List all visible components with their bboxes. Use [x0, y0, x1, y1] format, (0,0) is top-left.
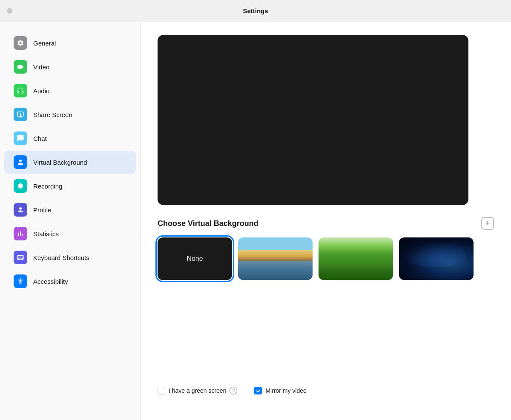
sidebar-label-virtual-background: Virtual Background [33, 159, 87, 166]
mirror-video-option[interactable]: Mirror my video [254, 387, 306, 394]
plus-icon: + [485, 219, 490, 228]
sidebar-item-share-screen[interactable]: Share Screen [4, 103, 136, 126]
sidebar-item-video[interactable]: Video [4, 55, 136, 78]
backgrounds-row: None [158, 237, 494, 280]
headphones-icon [14, 84, 27, 97]
sidebar-item-recording[interactable]: Recording [4, 174, 136, 197]
video-preview [158, 35, 468, 205]
add-background-button[interactable]: + [481, 217, 494, 230]
sidebar-label-chat: Chat [33, 135, 47, 142]
sidebar-item-audio[interactable]: Audio [4, 79, 136, 102]
sidebar-item-statistics[interactable]: Statistics [4, 222, 136, 245]
sidebar-label-accessibility: Accessibility [33, 278, 68, 285]
sidebar-label-keyboard-shortcuts: Keyboard Shortcuts [33, 254, 89, 261]
video-icon [14, 60, 27, 74]
window-controls [7, 8, 12, 14]
sidebar-label-video: Video [33, 63, 49, 71]
content-wrapper: Choose Virtual Background + None [158, 35, 494, 407]
background-golden-gate[interactable] [238, 237, 313, 280]
recording-icon [14, 179, 27, 193]
statistics-icon [14, 227, 27, 240]
profile-icon [14, 203, 27, 217]
accessibility-icon [14, 274, 27, 288]
share-screen-icon [14, 108, 27, 121]
sidebar-item-keyboard-shortcuts[interactable]: Keyboard Shortcuts [4, 246, 136, 269]
sidebar-label-share-screen: Share Screen [33, 111, 72, 118]
sidebar-label-general: General [33, 40, 56, 47]
background-space[interactable] [399, 237, 474, 280]
sidebar-label-audio: Audio [33, 87, 49, 94]
green-screen-label: I have a green screen [169, 387, 226, 394]
green-screen-checkbox[interactable] [158, 387, 165, 394]
sidebar: General Video Audio [0, 22, 141, 420]
mirror-video-label: Mirror my video [265, 387, 306, 394]
sidebar-label-recording: Recording [33, 183, 62, 190]
section-header: Choose Virtual Background + [158, 217, 494, 230]
background-none[interactable]: None [158, 237, 232, 280]
none-label: None [187, 255, 203, 263]
svg-point-0 [18, 183, 23, 189]
section-title: Choose Virtual Background [158, 219, 258, 228]
main-layout: General Video Audio [0, 22, 511, 420]
sidebar-label-statistics: Statistics [33, 230, 59, 237]
title-bar: Settings [0, 0, 511, 22]
background-grass[interactable] [319, 237, 393, 280]
mirror-video-checkbox[interactable] [254, 387, 262, 394]
sidebar-label-profile: Profile [33, 206, 52, 214]
green-screen-option[interactable]: I have a green screen ? [158, 387, 237, 394]
content-area: Choose Virtual Background + None [141, 22, 511, 420]
sidebar-item-accessibility[interactable]: Accessibility [4, 270, 136, 293]
close-button[interactable] [7, 8, 12, 14]
sidebar-item-general[interactable]: General [4, 31, 136, 54]
virtual-background-icon [14, 155, 27, 169]
window-title: Settings [243, 7, 268, 14]
help-icon[interactable]: ? [230, 387, 237, 394]
keyboard-icon [14, 251, 27, 264]
bottom-controls: I have a green screen ? Mirror my video [158, 387, 307, 394]
sidebar-item-profile[interactable]: Profile [4, 198, 136, 221]
gear-icon [14, 36, 27, 50]
sidebar-item-chat[interactable]: Chat [4, 127, 136, 150]
chat-icon [14, 131, 27, 145]
sidebar-item-virtual-background[interactable]: Virtual Background [4, 151, 136, 174]
